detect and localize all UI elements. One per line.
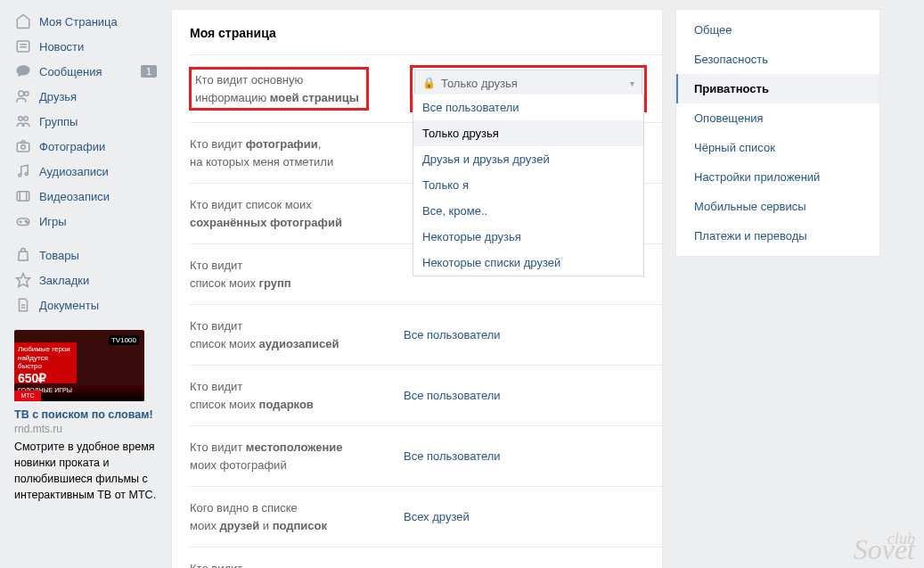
star-icon (14, 271, 32, 289)
watermark: club Sovet (854, 533, 915, 559)
tab-blacklist[interactable]: Чёрный список (676, 133, 879, 162)
dropdown-option[interactable]: Некоторые друзья (413, 224, 643, 250)
nav-label: Аудиозаписи (39, 165, 109, 178)
nav-divider (9, 234, 162, 243)
dropdown-selected[interactable]: 🔒 Только друзья ▾ (414, 70, 642, 96)
setting-value[interactable]: Все пользователи (404, 378, 644, 413)
nav-label: Игры (39, 215, 67, 228)
setting-label: Кто видит список моих аудиозаписей (190, 317, 404, 352)
nav-audio[interactable]: Аудиозаписи (9, 159, 162, 184)
nav-label: Документы (39, 299, 99, 312)
ad-channel-badge: TV1000 (109, 335, 139, 345)
svg-point-3 (19, 91, 24, 96)
chevron-down-icon: ▾ (630, 78, 634, 88)
document-icon (14, 296, 32, 314)
ad-description: Смотрите в удобное время новинки проката… (14, 439, 159, 504)
setting-value[interactable]: Всех друзей (404, 499, 644, 534)
nav-games[interactable]: Игры (9, 209, 162, 234)
svg-point-18 (27, 222, 29, 224)
setting-row-location: Кто видит местоположение моих фотографий… (190, 425, 662, 486)
svg-point-4 (25, 92, 29, 96)
groups-icon (14, 112, 32, 130)
dropdown-option[interactable]: Только я (413, 172, 643, 198)
nav-video[interactable]: Видеозаписи (9, 184, 162, 209)
dropdown-option[interactable]: Все пользователи (413, 95, 643, 120)
settings-panel: Моя страница Кто видит основную информац… (171, 9, 663, 568)
ad-domain: rnd.mts.ru (14, 423, 159, 435)
nav-docs[interactable]: Документы (9, 292, 162, 317)
dropdown-option[interactable]: Только друзья (413, 120, 643, 146)
tab-app-settings[interactable]: Настройки приложений (676, 162, 879, 192)
nav-bookmarks[interactable]: Закладки (9, 268, 162, 292)
tab-security[interactable]: Безопасность (676, 45, 879, 74)
tab-privacy[interactable]: Приватность (676, 74, 879, 103)
setting-row-friends-list: Кого видно в списке моих друзей и подпис… (190, 486, 662, 547)
setting-row-audio: Кто видит список моих аудиозаписей Все п… (190, 304, 662, 365)
privacy-dropdown[interactable]: 🔒 Только друзья ▾ Все пользователи Тольк… (413, 68, 644, 110)
nav-market[interactable]: Товары (9, 243, 162, 268)
dropdown-option[interactable]: Некоторые списки друзей (413, 250, 643, 276)
lock-icon: 🔒 (422, 77, 436, 89)
svg-point-8 (21, 145, 26, 150)
nav-label: Друзья (39, 90, 77, 103)
setting-label: Кто видит список моих сохранённых фотогр… (190, 196, 404, 231)
tab-notifications[interactable]: Оповещения (676, 103, 879, 133)
nav-groups[interactable]: Группы (9, 109, 162, 134)
svg-rect-7 (17, 143, 29, 152)
svg-rect-11 (17, 192, 29, 202)
page-title: Моя страница (172, 10, 662, 54)
ad-image: TV1000 Любимые герои найдутся быстро 650… (14, 330, 144, 401)
setting-value[interactable]: 🔒 Только я (404, 560, 644, 568)
setting-row-hidden-friends: Кто видит моих скрытых друзей 🔒 Только я (190, 547, 662, 568)
setting-value[interactable]: Все пользователи (404, 317, 644, 352)
setting-label: Кто видит моих скрытых друзей (190, 560, 404, 568)
nav-label: Сообщения (39, 65, 102, 78)
video-icon (14, 187, 32, 205)
ad-mts-logo: МТС (14, 391, 41, 401)
nav-news[interactable]: Новости (9, 34, 162, 59)
setting-label: Кто видит фотографии, на которых меня от… (190, 136, 404, 170)
nav-label: Закладки (39, 274, 89, 287)
messages-badge: 1 (141, 65, 157, 78)
nav-label: Моя Страница (39, 15, 118, 29)
svg-point-6 (24, 117, 29, 121)
settings-tabs: Общее Безопасность Приватность Оповещени… (675, 9, 880, 257)
ad-strip: Любимые герои найдутся быстро 650₽ (14, 342, 77, 383)
setting-row-basic-info: Кто видит основную информацию моей стран… (190, 54, 662, 122)
nav-photos[interactable]: Фотографии (9, 134, 162, 159)
gamepad-icon (14, 212, 32, 230)
svg-point-5 (19, 117, 23, 121)
setting-label: Кто видит основную информацию моей стран… (190, 68, 368, 110)
nav-label: Новости (39, 40, 84, 54)
tab-payments[interactable]: Платежи и переводы (676, 221, 879, 251)
nav-friends[interactable]: Друзья (9, 84, 162, 109)
svg-point-10 (25, 173, 28, 176)
dropdown-option[interactable]: Друзья и друзья друзей (413, 146, 643, 172)
news-icon (14, 37, 32, 55)
music-icon (14, 162, 32, 180)
setting-label: Кого видно в списке моих друзей и подпис… (190, 499, 404, 534)
nav-messages[interactable]: Сообщения 1 (9, 59, 162, 84)
camera-icon (14, 137, 32, 155)
nav-label: Группы (39, 115, 78, 128)
setting-label: Кто видит местоположение моих фотографий (190, 439, 404, 473)
setting-value[interactable]: Все пользователи (404, 439, 644, 473)
message-icon (14, 62, 32, 80)
svg-point-9 (19, 174, 21, 177)
tab-mobile[interactable]: Мобильные сервисы (676, 192, 879, 221)
nav-label: Фотографии (39, 140, 105, 153)
nav-my-page[interactable]: Моя Страница (9, 9, 162, 34)
nav-label: Видеозаписи (39, 190, 110, 203)
dropdown-menu: Все пользователи Только друзья Друзья и … (413, 95, 644, 276)
ad-block[interactable]: TV1000 Любимые герои найдутся быстро 650… (9, 330, 162, 504)
nav-label: Товары (39, 249, 79, 262)
home-icon (14, 12, 32, 30)
tab-general[interactable]: Общее (676, 15, 879, 45)
ad-title: ТВ с поиском по словам! (14, 408, 159, 421)
dropdown-option[interactable]: Все, кроме.. (413, 198, 643, 224)
setting-label: Кто видит список моих подарков (190, 378, 404, 413)
left-nav: Моя Страница Новости Сообщения 1 Друзья … (9, 9, 162, 568)
svg-marker-19 (17, 274, 30, 287)
bag-icon (14, 246, 32, 264)
setting-label: Кто видит список моих групп (190, 257, 404, 292)
